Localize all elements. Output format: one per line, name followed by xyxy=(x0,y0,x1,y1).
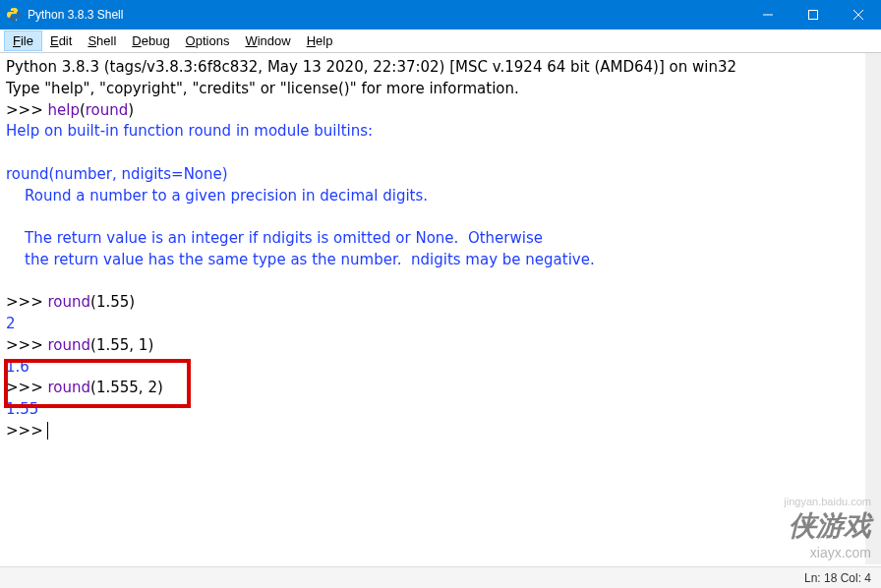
doc-line: round(number, ndigits=None) xyxy=(6,164,859,186)
input-line: >>> round(1.55, 1) xyxy=(6,335,859,357)
svg-rect-3 xyxy=(809,11,818,20)
menu-window[interactable]: Window xyxy=(237,31,298,50)
input-line: >>> round(1.55) xyxy=(6,292,859,314)
text-cursor xyxy=(47,422,48,440)
svg-point-0 xyxy=(11,9,12,10)
menu-shell[interactable]: Shell xyxy=(80,31,124,50)
input-line: >>> help(round) xyxy=(6,100,859,122)
result-line: 2 xyxy=(6,314,859,335)
menu-options[interactable]: Options xyxy=(178,31,238,50)
close-button[interactable] xyxy=(836,0,881,29)
menu-file[interactable]: File xyxy=(4,30,42,51)
menu-debug[interactable]: Debug xyxy=(124,31,177,50)
menu-edit[interactable]: Edit xyxy=(42,31,80,50)
banner-line: Python 3.8.3 (tags/v3.8.3:6f8c832, May 1… xyxy=(6,57,859,79)
cursor-position: Ln: 18 Col: 4 xyxy=(804,571,871,585)
statusbar: Ln: 18 Col: 4 xyxy=(0,566,881,588)
banner-line: Type "help", "copyright", "credits" or "… xyxy=(6,79,859,100)
prompt-line: >>> xyxy=(6,421,859,442)
shell-output[interactable]: Python 3.8.3 (tags/v3.8.3:6f8c832, May 1… xyxy=(0,53,881,564)
window-title: Python 3.8.3 Shell xyxy=(28,8,745,22)
python-icon xyxy=(6,7,22,23)
maximize-button[interactable] xyxy=(791,0,836,29)
input-line: >>> round(1.555, 2) xyxy=(6,378,859,399)
result-line: 1.55 xyxy=(6,399,859,421)
svg-point-1 xyxy=(16,20,17,21)
doc-line: Round a number to a given precision in d… xyxy=(6,186,859,207)
doc-line: the return value has the same type as th… xyxy=(6,250,859,271)
menubar: File Edit Shell Debug Options Window Hel… xyxy=(0,29,881,53)
minimize-button[interactable] xyxy=(745,0,791,29)
result-line: 1.6 xyxy=(6,357,859,379)
doc-line: The return value is an integer if ndigit… xyxy=(6,228,859,250)
window-controls xyxy=(745,0,881,29)
menu-help[interactable]: Help xyxy=(299,31,341,50)
doc-line: Help on built-in function round in modul… xyxy=(6,121,859,143)
titlebar: Python 3.8.3 Shell xyxy=(0,0,881,29)
